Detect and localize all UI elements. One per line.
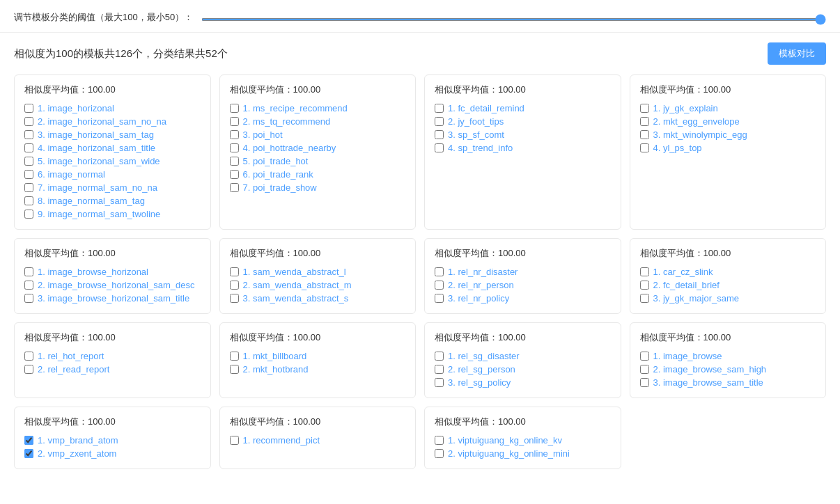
template-link-15-2[interactable]: 2. viptuiguang_kg_online_mini bbox=[448, 448, 570, 459]
template-link-2-1[interactable]: 1. ms_recipe_recommend bbox=[243, 103, 348, 113]
checkbox-2-1[interactable] bbox=[230, 104, 239, 113]
template-link-1-8[interactable]: 8. image_normal_sam_tag bbox=[38, 196, 145, 206]
template-link-12-3[interactable]: 3. image_browse_sam_title bbox=[653, 377, 763, 388]
checkbox-5-1[interactable] bbox=[24, 267, 33, 276]
checkbox-11-1[interactable] bbox=[435, 352, 444, 361]
template-link-5-3[interactable]: 3. image_browse_horizonal_sam_title bbox=[38, 293, 189, 304]
checkbox-1-1[interactable] bbox=[24, 104, 33, 113]
checkbox-1-2[interactable] bbox=[24, 117, 33, 126]
template-link-1-7[interactable]: 7. image_normal_sam_no_na bbox=[38, 182, 157, 193]
template-link-11-1[interactable]: 1. rel_sg_disaster bbox=[448, 351, 520, 361]
checkbox-13-1[interactable] bbox=[24, 436, 33, 445]
checkbox-4-3[interactable] bbox=[640, 130, 649, 139]
template-link-2-3[interactable]: 3. poi_hot bbox=[243, 129, 283, 140]
checkbox-12-1[interactable] bbox=[640, 352, 649, 361]
checkbox-9-2[interactable] bbox=[24, 365, 33, 374]
template-link-5-1[interactable]: 1. image_browse_horizonal bbox=[38, 267, 148, 277]
template-link-9-1[interactable]: 1. rel_hot_report bbox=[38, 351, 104, 361]
template-link-9-2[interactable]: 2. rel_read_report bbox=[38, 364, 109, 375]
checkbox-4-4[interactable] bbox=[640, 143, 649, 152]
checkbox-1-7[interactable] bbox=[24, 183, 33, 192]
checkbox-12-2[interactable] bbox=[640, 365, 649, 374]
checkbox-15-1[interactable] bbox=[435, 436, 444, 445]
checkbox-14-1[interactable] bbox=[230, 436, 239, 445]
template-link-14-1[interactable]: 1. recommend_pict bbox=[243, 435, 320, 446]
checkbox-8-3[interactable] bbox=[640, 294, 649, 303]
template-link-4-2[interactable]: 2. mkt_egg_envelope bbox=[653, 116, 740, 127]
template-link-13-2[interactable]: 2. vmp_zxent_atom bbox=[38, 448, 116, 459]
checkbox-6-1[interactable] bbox=[230, 267, 239, 276]
template-link-4-1[interactable]: 1. jy_gk_explain bbox=[653, 103, 718, 113]
checkbox-1-9[interactable] bbox=[24, 210, 33, 219]
template-link-1-4[interactable]: 4. image_horizonal_sam_title bbox=[38, 143, 155, 153]
checkbox-8-1[interactable] bbox=[640, 267, 649, 276]
checkbox-4-1[interactable] bbox=[640, 104, 649, 113]
checkbox-2-6[interactable] bbox=[230, 170, 239, 179]
checkbox-4-2[interactable] bbox=[640, 117, 649, 126]
template-link-1-6[interactable]: 6. image_normal bbox=[38, 169, 105, 180]
template-link-8-3[interactable]: 3. jy_gk_major_same bbox=[653, 293, 740, 304]
checkbox-3-2[interactable] bbox=[435, 117, 444, 126]
checkbox-3-4[interactable] bbox=[435, 143, 444, 152]
template-link-3-1[interactable]: 1. fc_detail_remind bbox=[448, 103, 524, 113]
template-link-3-2[interactable]: 2. jy_foot_tips bbox=[448, 116, 504, 127]
template-link-12-1[interactable]: 1. image_browse bbox=[653, 351, 722, 361]
checkbox-6-2[interactable] bbox=[230, 281, 239, 290]
checkbox-1-8[interactable] bbox=[24, 196, 33, 205]
template-link-4-4[interactable]: 4. yl_ps_top bbox=[653, 143, 702, 153]
checkbox-1-6[interactable] bbox=[24, 170, 33, 179]
checkbox-1-4[interactable] bbox=[24, 143, 33, 152]
checkbox-1-5[interactable] bbox=[24, 157, 33, 166]
checkbox-13-2[interactable] bbox=[24, 449, 33, 458]
checkbox-15-2[interactable] bbox=[435, 449, 444, 458]
template-link-8-1[interactable]: 1. car_cz_slink bbox=[653, 267, 713, 277]
template-link-6-2[interactable]: 2. sam_wenda_abstract_m bbox=[243, 280, 352, 290]
checkbox-3-3[interactable] bbox=[435, 130, 444, 139]
threshold-slider[interactable] bbox=[201, 18, 826, 21]
checkbox-11-3[interactable] bbox=[435, 378, 444, 387]
compare-button[interactable]: 模板对比 bbox=[768, 42, 826, 65]
template-link-11-2[interactable]: 2. rel_sg_person bbox=[448, 364, 515, 375]
template-link-1-1[interactable]: 1. image_horizonal bbox=[38, 103, 114, 113]
template-link-8-2[interactable]: 2. fc_detail_brief bbox=[653, 280, 720, 290]
template-link-7-3[interactable]: 3. rel_nr_policy bbox=[448, 293, 509, 304]
template-link-7-2[interactable]: 2. rel_nr_person bbox=[448, 280, 514, 290]
checkbox-7-2[interactable] bbox=[435, 281, 444, 290]
template-link-1-3[interactable]: 3. image_horizonal_sam_tag bbox=[38, 129, 154, 140]
template-link-10-2[interactable]: 2. mkt_hotbrand bbox=[243, 364, 309, 375]
template-link-11-3[interactable]: 3. rel_sg_policy bbox=[448, 377, 511, 388]
template-link-2-6[interactable]: 6. poi_trade_rank bbox=[243, 169, 313, 180]
checkbox-7-1[interactable] bbox=[435, 267, 444, 276]
template-link-3-3[interactable]: 3. sp_sf_comt bbox=[448, 129, 504, 140]
template-link-3-4[interactable]: 4. sp_trend_info bbox=[448, 143, 513, 153]
template-link-2-2[interactable]: 2. ms_tq_recommend bbox=[243, 116, 331, 127]
checkbox-2-3[interactable] bbox=[230, 130, 239, 139]
checkbox-2-7[interactable] bbox=[230, 183, 239, 192]
checkbox-7-3[interactable] bbox=[435, 294, 444, 303]
template-link-5-2[interactable]: 2. image_browse_horizonal_sam_desc bbox=[38, 280, 194, 290]
template-link-1-2[interactable]: 2. image_horizonal_sam_no_na bbox=[38, 116, 166, 127]
checkbox-2-5[interactable] bbox=[230, 157, 239, 166]
checkbox-12-3[interactable] bbox=[640, 378, 649, 387]
template-link-10-1[interactable]: 1. mkt_billboard bbox=[243, 351, 307, 361]
checkbox-3-1[interactable] bbox=[435, 104, 444, 113]
template-link-6-3[interactable]: 3. sam_wenda_abstract_s bbox=[243, 293, 349, 304]
checkbox-10-2[interactable] bbox=[230, 365, 239, 374]
template-link-12-2[interactable]: 2. image_browse_sam_high bbox=[653, 364, 767, 375]
template-link-2-4[interactable]: 4. poi_hottrade_nearby bbox=[243, 143, 336, 153]
checkbox-6-3[interactable] bbox=[230, 294, 239, 303]
template-link-6-1[interactable]: 1. sam_wenda_abstract_l bbox=[243, 267, 346, 277]
checkbox-9-1[interactable] bbox=[24, 352, 33, 361]
template-link-1-9[interactable]: 9. image_normal_sam_twoline bbox=[38, 209, 160, 219]
template-link-15-1[interactable]: 1. viptuiguang_kg_online_kv bbox=[448, 435, 562, 446]
template-link-2-7[interactable]: 7. poi_trade_show bbox=[243, 182, 317, 193]
template-link-7-1[interactable]: 1. rel_nr_disaster bbox=[448, 267, 518, 277]
template-link-2-5[interactable]: 5. poi_trade_hot bbox=[243, 156, 309, 166]
template-link-4-3[interactable]: 3. mkt_winolympic_egg bbox=[653, 129, 747, 140]
checkbox-10-1[interactable] bbox=[230, 352, 239, 361]
checkbox-1-3[interactable] bbox=[24, 130, 33, 139]
checkbox-11-2[interactable] bbox=[435, 365, 444, 374]
checkbox-2-2[interactable] bbox=[230, 117, 239, 126]
checkbox-8-2[interactable] bbox=[640, 281, 649, 290]
checkbox-2-4[interactable] bbox=[230, 143, 239, 152]
